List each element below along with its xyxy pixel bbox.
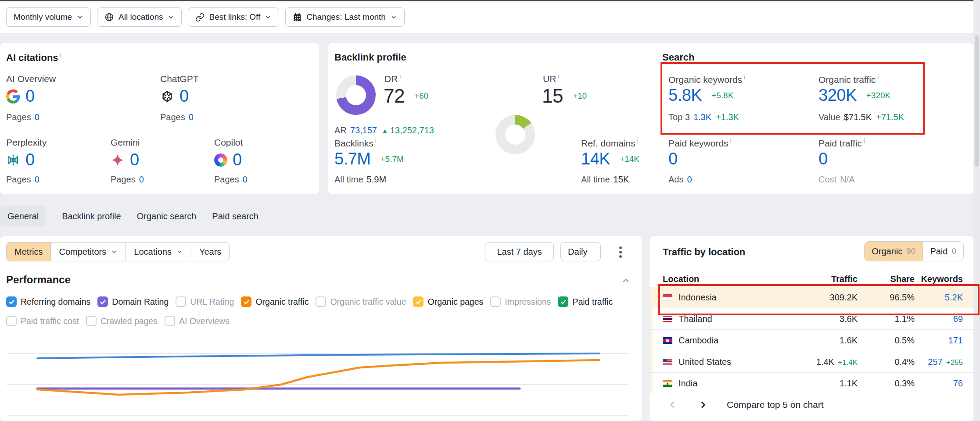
info-icon[interactable]: i <box>399 73 401 80</box>
keywords-count-link[interactable]: 76 <box>953 378 963 388</box>
chatgpt-label: ChatGPT <box>160 74 199 84</box>
copilot-label: Copilot <box>214 137 243 148</box>
chevron-down-icon <box>265 14 272 21</box>
metric-checkbox-organic-pages[interactable]: Organic pages <box>413 296 483 307</box>
keywords-count-link[interactable]: 257 <box>928 357 942 367</box>
locations-dropdown[interactable]: All locations <box>97 7 182 27</box>
info-icon[interactable]: i <box>60 52 61 59</box>
chevron-down-icon <box>390 14 397 21</box>
info-icon[interactable]: i <box>744 74 745 81</box>
location-row-india[interactable]: India1.1K0.3%76 <box>650 373 973 394</box>
pages-count-link[interactable]: 0 <box>35 112 39 122</box>
tab-general[interactable]: General <box>0 206 46 226</box>
traffic-by-location-title: Traffic by location <box>663 246 745 258</box>
share-value: 1.1% <box>869 314 915 324</box>
monthly-volume-dropdown[interactable]: Monthly volume <box>6 7 91 27</box>
ur-label: URi <box>543 73 559 84</box>
metric-checkbox-label: AI Overviews <box>179 316 230 326</box>
metric-checkbox-crawled-pages[interactable]: Crawled pages <box>86 316 158 326</box>
ref-domains-label: Ref. domainsi <box>581 137 639 149</box>
top3-row: Top 31.3K+1.3K <box>668 112 739 122</box>
metric-checkbox-paid-traffic-cost[interactable]: Paid traffic cost <box>6 316 79 326</box>
tab-paid-search[interactable]: Paid search <box>212 211 258 221</box>
best-links-dropdown[interactable]: Best links: Off <box>188 7 279 27</box>
copilot-icon <box>214 153 227 167</box>
globe-icon <box>104 12 114 22</box>
paid-keywords-value: 0 <box>668 150 678 168</box>
location-row-cambodia[interactable]: Cambodia1.6K0.5%171 <box>650 330 973 351</box>
location-row-indonesia[interactable]: Indonesia309.2K96.5%5.2K <box>650 287 973 308</box>
ai-overview-value: 0 <box>25 87 35 106</box>
gemini-icon <box>111 153 125 167</box>
info-icon[interactable]: i <box>637 137 639 144</box>
ai-citations-title: AI citationsi <box>6 52 61 64</box>
dr-value: 72 <box>384 85 405 107</box>
checked-checkbox-icon <box>6 296 17 307</box>
backlinks-alltime: All time5.9M <box>334 175 386 185</box>
vertical-scrollbar[interactable] <box>973 0 980 421</box>
ar-value-link[interactable]: 73,157 <box>350 125 377 135</box>
copilot-pages: Pages0 <box>214 175 248 185</box>
tab-backlink-profile[interactable]: Backlink profile <box>62 211 121 221</box>
keywords-count-link[interactable]: 5.2K <box>945 293 963 302</box>
date-range-label: Last 7 days <box>497 247 542 257</box>
more-options-icon[interactable] <box>619 245 622 260</box>
perplexity-icon <box>6 153 20 167</box>
segment-years[interactable]: Years <box>191 242 230 261</box>
traffic-value: 309.2K <box>783 293 858 303</box>
share-value: 0.5% <box>869 335 915 346</box>
segment-locations[interactable]: Locations <box>126 242 191 261</box>
info-icon[interactable]: i <box>730 137 732 144</box>
metric-checkbox-domain-rating[interactable]: Domain Rating <box>97 296 169 307</box>
segment-competitors[interactable]: Competitors <box>50 242 126 261</box>
organic-keywords-label: Organic keywordsi <box>668 74 745 85</box>
keywords-count-link[interactable]: 171 <box>948 335 963 345</box>
granularity-dropdown[interactable]: Daily <box>560 242 601 261</box>
calendar-icon <box>293 13 302 22</box>
ref-domains-value: 14K <box>581 150 610 168</box>
india-flag-icon <box>663 380 672 387</box>
segment-metrics[interactable]: Metrics <box>6 242 51 261</box>
pages-count-link[interactable]: 0 <box>189 112 194 122</box>
metric-checkbox-ai-overviews[interactable]: AI Overviews <box>165 316 230 326</box>
keywords-count-link[interactable]: 69 <box>953 314 963 324</box>
united-states-flag-icon <box>663 359 672 365</box>
location-row-united-states[interactable]: United States1.4K+1.4K0.4%257+255 <box>650 351 973 373</box>
chevron-right-icon[interactable] <box>697 399 708 410</box>
scrollbar-thumb[interactable] <box>975 35 979 167</box>
pages-count-link[interactable]: 0 <box>139 175 144 184</box>
share-value: 0.3% <box>869 378 915 389</box>
gemini-label: Gemini <box>111 137 140 148</box>
ads-count-link[interactable]: 0 <box>687 175 692 184</box>
metric-checkbox-impressions[interactable]: Impressions <box>490 296 551 307</box>
chevron-down-icon <box>76 14 83 21</box>
metric-checkbox-organic-traffic-value[interactable]: Organic traffic value <box>316 296 406 307</box>
tab-organic-search[interactable]: Organic search <box>137 211 197 221</box>
collapse-chevron-up-icon[interactable] <box>621 275 631 286</box>
info-icon[interactable]: i <box>864 137 865 144</box>
metric-checkbox-referring-domains[interactable]: Referring domains <box>6 296 90 307</box>
metric-checkbox-label: Organic traffic value <box>330 297 406 307</box>
top3-count-link[interactable]: 1.3K <box>693 112 711 122</box>
location-row-thailand[interactable]: Thailand3.6K1.1%69 <box>650 308 973 330</box>
up-triangle-icon: ▲ <box>381 127 388 135</box>
chart-line-referring-domains <box>37 353 599 358</box>
chevron-left-icon[interactable] <box>667 399 678 410</box>
info-icon[interactable]: i <box>375 137 377 144</box>
toggle-organic[interactable]: Organic90 <box>865 242 923 261</box>
date-range-dropdown[interactable]: Last 7 days <box>485 242 554 261</box>
pages-count-link[interactable]: 0 <box>243 175 248 184</box>
metric-checkbox-label: URL Rating <box>190 297 234 307</box>
metric-checkbox-label: Impressions <box>505 297 551 307</box>
ur-delta: +10 <box>573 91 587 101</box>
metric-checkbox-organic-traffic[interactable]: Organic traffic <box>241 296 309 307</box>
toggle-paid[interactable]: Paid0 <box>923 242 963 261</box>
chatgpt-pages: Pages0 <box>160 112 194 122</box>
metric-checkbox-paid-traffic[interactable]: Paid traffic <box>558 296 613 307</box>
info-icon[interactable]: i <box>558 73 559 80</box>
metric-checkbox-url-rating[interactable]: URL Rating <box>176 296 234 307</box>
changes-dropdown[interactable]: Changes: Last month <box>285 7 405 27</box>
info-icon[interactable]: i <box>877 74 879 81</box>
pages-count-link[interactable]: 0 <box>35 175 39 184</box>
metric-checkbox-label: Paid traffic cost <box>21 316 79 326</box>
